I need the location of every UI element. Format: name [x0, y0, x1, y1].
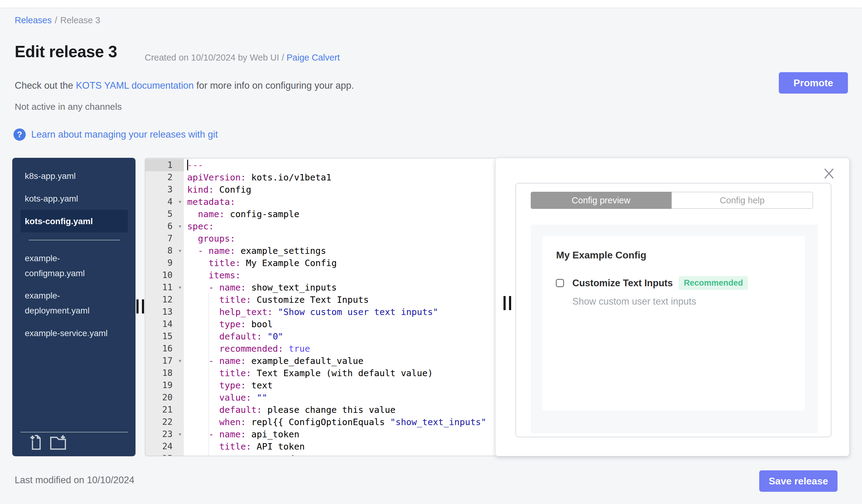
- code-line[interactable]: 15 default: "0": [145, 330, 495, 343]
- config-preview-panel: Config preview Config help My Example Co…: [495, 158, 849, 456]
- line-number: 13: [145, 306, 184, 318]
- breadcrumb-current: Release 3: [60, 15, 100, 25]
- breadcrumb: Releases/Release 3: [15, 15, 100, 25]
- code-text: - name: api_token: [184, 428, 299, 440]
- code-line[interactable]: 23▾ - name: api_token: [145, 428, 495, 440]
- created-author-link[interactable]: Paige Calvert: [287, 53, 340, 62]
- code-text: title: Text Example (with default value): [184, 367, 433, 379]
- code-line[interactable]: 2apiVersion: kots.io/v1beta1: [145, 171, 495, 184]
- file-name-text: kots-config.yaml: [25, 214, 93, 229]
- sidebar-editor-resize-handle[interactable]: [136, 300, 144, 314]
- sidebar-item-example-deployment-yaml[interactable]: example-deployment.yaml: [21, 284, 128, 322]
- chevron-down-icon[interactable]: ▾: [178, 196, 182, 208]
- code-line[interactable]: 5 name: config-sample: [145, 208, 495, 220]
- page-title: Edit release 3: [15, 42, 117, 61]
- chevron-down-icon[interactable]: ▾: [178, 281, 182, 294]
- code-text: type: password: [184, 453, 294, 456]
- code-text: metadata:: [184, 196, 235, 208]
- close-icon[interactable]: [822, 167, 836, 180]
- code-text: spec:: [184, 220, 214, 233]
- code-line[interactable]: 25 type: password: [145, 453, 495, 456]
- code-line[interactable]: 13 help_text: "Show custom user text inp…: [145, 306, 495, 318]
- code-text: title: My Example Config: [184, 257, 337, 269]
- folder-plus-icon[interactable]: [49, 435, 68, 451]
- line-number: 10: [145, 269, 184, 281]
- code-text: title: API token: [184, 440, 305, 453]
- sidebar-file-list: k8s-app.yamlkots-app.yamlkots-config.yam…: [12, 158, 135, 344]
- code-line[interactable]: 19 type: text: [145, 379, 495, 392]
- code-text: default: please change this value: [184, 404, 395, 416]
- sidebar-item-example-service-yaml[interactable]: example-service.yaml: [21, 322, 128, 344]
- customize-text-inputs-checkbox[interactable]: [556, 279, 564, 287]
- line-number: 11▾: [145, 281, 184, 294]
- line-number: 15: [145, 330, 184, 343]
- tab-config-help[interactable]: Config help: [671, 192, 813, 209]
- code-line[interactable]: 22 when: repl{{ ConfigOptionEquals "show…: [145, 416, 495, 428]
- code-text: type: text: [184, 379, 273, 392]
- code-text: when: repl{{ ConfigOptionEquals "show_te…: [184, 416, 486, 428]
- file-name-text: example-: [25, 251, 128, 266]
- code-line[interactable]: 1---: [145, 159, 495, 171]
- code-line[interactable]: 24 title: API token: [145, 440, 495, 453]
- git-help-link[interactable]: Learn about managing your releases with …: [31, 129, 218, 140]
- tab-config-preview[interactable]: Config preview: [531, 192, 671, 209]
- chevron-down-icon[interactable]: ▾: [178, 355, 182, 367]
- code-line[interactable]: 9 title: My Example Config: [145, 257, 495, 269]
- handle-bar: [142, 300, 144, 314]
- line-number: 18: [145, 367, 184, 379]
- code-text: - name: example_settings: [184, 245, 326, 257]
- code-line[interactable]: 18 title: Text Example (with default val…: [145, 367, 495, 379]
- code-line[interactable]: 3kind: Config: [145, 184, 495, 196]
- code-text: kind: Config: [184, 184, 251, 196]
- sidebar-item-kots-app-yaml[interactable]: kots-app.yaml: [21, 187, 128, 210]
- sidebar-item-kots-config-yaml[interactable]: kots-config.yaml: [21, 210, 128, 233]
- code-text: recommended: true: [184, 343, 310, 355]
- config-item-row: Customize Text Inputs Recommended: [556, 276, 805, 290]
- chevron-down-icon[interactable]: ▾: [178, 428, 182, 440]
- question-circle-icon: ?: [13, 129, 26, 141]
- file-name-text: deployment.yaml: [25, 303, 128, 318]
- text-cursor: [187, 160, 188, 170]
- doc-line: Check out the KOTS YAML documentation fo…: [15, 80, 354, 91]
- handle-bar: [509, 296, 511, 310]
- code-line[interactable]: 20 value: "": [145, 392, 495, 404]
- chevron-down-icon[interactable]: ▾: [178, 245, 182, 257]
- sidebar-item-k8s-app-yaml[interactable]: k8s-app.yaml: [21, 164, 128, 187]
- code-line[interactable]: 16 recommended: true: [145, 343, 495, 355]
- code-line[interactable]: 7 groups:: [145, 233, 495, 245]
- kots-doc-link[interactable]: KOTS YAML documentation: [76, 80, 194, 91]
- handle-bar: [136, 300, 139, 314]
- breadcrumb-releases-link[interactable]: Releases: [15, 15, 52, 25]
- config-preview-area: My Example Config Customize Text Inputs …: [531, 225, 818, 433]
- config-form-card: My Example Config Customize Text Inputs …: [543, 236, 805, 410]
- code-line[interactable]: 6▾spec:: [145, 220, 495, 233]
- file-tree-sidebar: k8s-app.yamlkots-app.yamlkots-config.yam…: [12, 158, 135, 456]
- promote-button[interactable]: Promote: [779, 72, 848, 94]
- recommended-badge: Recommended: [679, 276, 748, 290]
- code-text: - name: show_text_inputs: [184, 281, 337, 294]
- code-line[interactable]: 17▾ - name: example_default_value: [145, 355, 495, 367]
- sidebar-item-example-configmap-yaml[interactable]: example-configmap.yaml: [21, 247, 128, 284]
- code-line[interactable]: 10 items:: [145, 269, 495, 281]
- line-number: 3: [145, 184, 184, 196]
- line-number: 9: [145, 257, 184, 269]
- save-release-button[interactable]: Save release: [759, 470, 837, 492]
- config-group-title: My Example Config: [556, 250, 805, 261]
- channel-status: Not active in any channels: [15, 102, 122, 112]
- code-text: apiVersion: kots.io/v1beta1: [184, 171, 331, 184]
- code-line[interactable]: 21 default: please change this value: [145, 404, 495, 416]
- yaml-editor[interactable]: 1---2apiVersion: kots.io/v1beta13kind: C…: [145, 158, 495, 456]
- line-number: 5: [145, 208, 184, 220]
- editor-preview-resize-handle[interactable]: [504, 296, 511, 310]
- file-plus-icon[interactable]: [29, 435, 42, 451]
- line-number: 17▾: [145, 355, 184, 367]
- code-line[interactable]: 11▾ - name: show_text_inputs: [145, 281, 495, 294]
- sidebar-bottom-divider: [21, 432, 128, 433]
- code-line[interactable]: 8▾ - name: example_settings: [145, 245, 495, 257]
- line-number: 21: [145, 404, 184, 416]
- code-line[interactable]: 12 title: Customize Text Inputs: [145, 294, 495, 306]
- code-line[interactable]: 4▾metadata:: [145, 196, 495, 208]
- line-number: 24: [145, 440, 184, 453]
- chevron-down-icon[interactable]: ▾: [178, 220, 182, 233]
- code-line[interactable]: 14 type: bool: [145, 318, 495, 330]
